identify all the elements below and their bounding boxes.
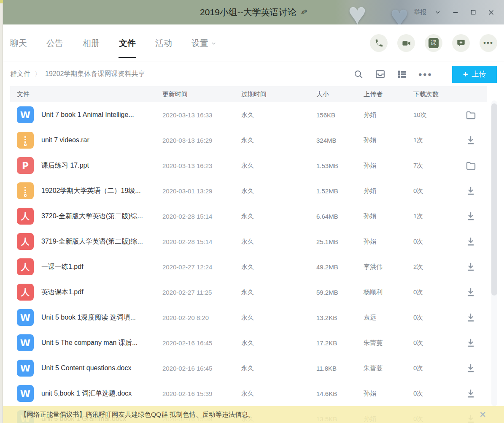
inbox-icon[interactable] [375, 69, 385, 79]
table-row[interactable]: Wunit 5,book 1 词汇单选题.docx2020-02-16 15:3… [10, 381, 487, 406]
ppt-file-icon: P [17, 157, 34, 174]
video-icon [402, 38, 411, 48]
file-name[interactable]: 英语课本1.pdf [41, 288, 84, 297]
table-row[interactable]: WUnit 5 The company man 课后...2020-02-16 … [10, 330, 487, 355]
uploader-name: 袁远 [364, 314, 413, 322]
table-row[interactable]: 人3719-全新版大学英语(第二版)综...2020-02-28 15:14永久… [10, 229, 487, 254]
updated-time: 2020-02-27 11:25 [162, 289, 241, 296]
scrollbar-track[interactable] [491, 100, 497, 406]
tab-album[interactable]: 相册 [83, 38, 100, 49]
file-name[interactable]: 一课一练1.pdf [41, 263, 84, 271]
download-icon[interactable] [458, 236, 483, 247]
download-icon[interactable] [458, 363, 483, 374]
file-cell: 人英语课本1.pdf [17, 284, 162, 301]
expire-time: 永久 [241, 263, 316, 271]
minimize-button[interactable] [448, 6, 463, 19]
voice-call-button[interactable] [370, 34, 388, 52]
bubble-plus-icon [456, 38, 466, 48]
close-button[interactable] [484, 6, 498, 19]
file-size: 1.52MB [316, 187, 364, 195]
scrollbar-thumb[interactable] [491, 103, 497, 296]
download-icon[interactable] [458, 261, 483, 272]
download-icon[interactable] [458, 388, 483, 399]
file-size: 13.2KB [316, 314, 364, 321]
updated-time: 2020-03-13 16:29 [162, 137, 241, 144]
tab-settings[interactable]: 设置 [191, 38, 216, 49]
tab-announcements[interactable]: 公告 [46, 38, 63, 49]
edit-title-icon[interactable]: ✎ [300, 7, 308, 17]
file-name[interactable]: Unit 7 book 1 Animal Intellige... [41, 111, 134, 119]
updated-time: 2020-02-16 15:39 [162, 390, 241, 397]
report-link[interactable]: 举报 [414, 8, 426, 16]
tab-label: 设置 [191, 38, 208, 49]
banner-close-icon[interactable]: ✕ [479, 409, 486, 420]
rar-file-icon [17, 132, 34, 149]
list-view-icon[interactable] [397, 69, 407, 79]
breadcrumb-separator-icon: 〉 [35, 70, 41, 78]
updated-time: 2020-02-27 12:24 [162, 263, 241, 271]
file-size: 156KB [316, 111, 364, 119]
table-row[interactable]: WUnit 7 book 1 Animal Intellige...2020-0… [10, 102, 487, 127]
download-icon[interactable] [458, 185, 483, 196]
download-count: 0次 [413, 364, 458, 372]
file-cell: 人一课一练1.pdf [17, 258, 162, 275]
report-chevron-icon[interactable] [431, 6, 445, 19]
expire-time: 永久 [241, 212, 316, 220]
tab-activities[interactable]: 活动 [155, 38, 172, 49]
open-folder-icon[interactable] [458, 160, 483, 171]
phone-icon [375, 39, 383, 48]
maximize-button[interactable] [466, 6, 480, 19]
breadcrumb-root[interactable]: 群文件 [10, 70, 30, 79]
updated-time: 2020-02-28 15:14 [162, 213, 241, 220]
download-icon[interactable] [458, 287, 483, 298]
more-button[interactable]: ••• [480, 34, 497, 52]
table-row[interactable]: 人英语课本1.pdf2020-02-27 11:25永久59.2MB杨顺利0次 [10, 279, 487, 305]
word-file-icon: W [17, 334, 34, 351]
file-name[interactable]: 3719-全新版大学英语(第二版)综... [41, 237, 143, 246]
table-row[interactable]: 19202学期大学英语（二）19级...2020-03-01 13:29永久1.… [10, 178, 487, 203]
file-size: 17.2KB [316, 339, 364, 347]
download-icon[interactable] [458, 312, 483, 323]
word-file-icon: W [17, 385, 34, 402]
table-row[interactable]: WUnit 5 Content questions.docx2020-02-16… [10, 355, 487, 381]
uploader-name: 杨顺利 [364, 288, 413, 296]
tab-action-buttons: 课••• [370, 34, 504, 52]
file-name[interactable]: Unit 5 Content questions.docx [41, 364, 131, 372]
download-icon[interactable] [458, 337, 483, 348]
file-name[interactable]: Unit 5 book 1深度阅读 选词填... [41, 313, 136, 322]
tab-chat[interactable]: 聊天 [10, 38, 27, 49]
more-tools-icon[interactable]: ●●● [418, 70, 432, 78]
download-icon[interactable] [458, 135, 483, 146]
download-icon[interactable] [458, 211, 483, 222]
file-name[interactable]: 19202学期大学英语（二）19级... [41, 187, 141, 195]
table-header: 文件更新时间过期时间大小上传者下载次数 [10, 86, 487, 102]
class-button[interactable]: 课 [425, 34, 442, 52]
table-row[interactable]: P课后练习 17.ppt2020-03-13 16:23永久1.53MB孙娟7次 [10, 153, 487, 178]
file-toolbar: 群文件 〉 19202学期集体备课网课资料共享 ●●● + 上传 [3, 62, 504, 86]
video-call-button[interactable] [397, 34, 415, 52]
uploader-name: 孙娟 [364, 212, 413, 220]
file-cell: 19202学期大学英语（二）19级... [17, 182, 162, 199]
search-icon[interactable] [353, 69, 364, 79]
table-row[interactable]: 人一课一练1.pdf2020-02-27 12:24永久49.2MB李洪伟2次 [10, 254, 487, 279]
column-header: 上传者 [364, 90, 413, 98]
file-name[interactable]: 3720-全新版大学英语(第二版)综... [41, 212, 143, 221]
expire-time: 永久 [241, 364, 316, 372]
table-row[interactable]: WUnit 5 book 1深度阅读 选词填...2020-02-20 8:20… [10, 305, 487, 330]
title-bar: ♥ ♥ 2019小组--大学英语讨论 ✎ 举报 [3, 0, 504, 24]
file-size: 59.2MB [316, 289, 364, 296]
table-row[interactable]: 人3720-全新版大学英语(第二版)综...2020-02-28 15:14永久… [10, 203, 487, 229]
tab-files[interactable]: 文件 [119, 38, 136, 49]
file-name[interactable]: Unit 5 The company man 课后... [41, 339, 137, 347]
upload-button[interactable]: + 上传 [452, 66, 497, 83]
file-tools: ●●● + 上传 [353, 66, 497, 83]
table-row[interactable]: unit 7 videos.rar2020-03-13 16:29永久324MB… [10, 127, 487, 153]
file-name[interactable]: unit 5,book 1 词汇单选题.docx [41, 389, 132, 398]
group-post-button[interactable] [452, 34, 470, 52]
file-name[interactable]: 课后练习 17.ppt [41, 161, 89, 170]
uploader-name: 孙娟 [364, 187, 413, 195]
open-folder-icon[interactable] [458, 109, 483, 121]
file-name[interactable]: unit 7 videos.rar [41, 136, 89, 144]
file-size: 6.64MB [316, 213, 364, 220]
file-size: 49.2MB [316, 263, 364, 271]
